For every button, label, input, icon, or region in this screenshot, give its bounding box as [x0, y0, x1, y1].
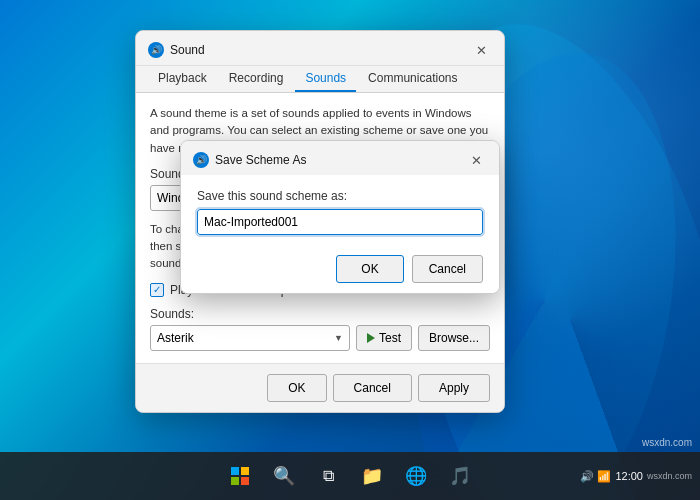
- sound-dialog-title: Sound: [170, 43, 205, 57]
- sounds-chevron-icon: ▼: [334, 333, 343, 343]
- sounds-row: Asterik ▼ Test Browse...: [150, 325, 490, 351]
- sound-dialog-close-button[interactable]: ✕: [470, 39, 492, 61]
- folder-icon: 📁: [361, 465, 383, 487]
- taskbar-time: 12:00: [615, 470, 643, 482]
- tab-communications[interactable]: Communications: [358, 66, 467, 92]
- save-cancel-button[interactable]: Cancel: [412, 255, 483, 283]
- play-icon: [367, 333, 375, 343]
- browse-button[interactable]: Browse...: [418, 325, 490, 351]
- save-dialog-title: Save Scheme As: [215, 153, 306, 167]
- taskbar-edge-button[interactable]: 🌐: [396, 456, 436, 496]
- tab-recording[interactable]: Recording: [219, 66, 294, 92]
- test-button[interactable]: Test: [356, 325, 412, 351]
- save-dialog-content: Save this sound scheme as:: [181, 175, 499, 245]
- desktop: 🔊 Sound ✕ Playback Recording Sounds Comm…: [0, 0, 700, 500]
- watermark-taskbar: wsxdn.com: [647, 471, 692, 481]
- save-dialog-footer: OK Cancel: [181, 245, 499, 293]
- tab-sounds[interactable]: Sounds: [295, 66, 356, 92]
- save-dialog-speaker-icon: 🔊: [193, 152, 209, 168]
- save-dialog-title-area: 🔊 Save Scheme As: [193, 152, 306, 168]
- save-scheme-input[interactable]: [197, 209, 483, 235]
- sound-dialog-footer: OK Cancel Apply: [136, 363, 504, 412]
- sound-apply-button[interactable]: Apply: [418, 374, 490, 402]
- sounds-dropdown-value: Asterik: [157, 331, 194, 345]
- save-scheme-dialog: 🔊 Save Scheme As ✕ Save this sound schem…: [180, 140, 500, 294]
- taskbar-explorer-button[interactable]: 📁: [352, 456, 392, 496]
- sound-cancel-button[interactable]: Cancel: [333, 374, 412, 402]
- svg-rect-3: [241, 477, 249, 485]
- taskbar-taskview-button[interactable]: ⧉: [308, 456, 348, 496]
- system-tray-icons: 🔊 📶: [580, 470, 611, 483]
- svg-rect-0: [231, 467, 239, 475]
- edge-icon: 🌐: [405, 465, 427, 487]
- test-button-label: Test: [379, 331, 401, 345]
- music-icon: 🎵: [449, 465, 471, 487]
- sounds-dropdown[interactable]: Asterik ▼: [150, 325, 350, 351]
- save-dialog-label: Save this sound scheme as:: [197, 189, 483, 203]
- speaker-icon: 🔊: [148, 42, 164, 58]
- sound-dialog-title-area: 🔊 Sound: [148, 42, 205, 58]
- sound-dialog-tabs: Playback Recording Sounds Communications: [136, 66, 504, 93]
- tab-playback[interactable]: Playback: [148, 66, 217, 92]
- watermark: wsxdn.com: [642, 437, 692, 448]
- save-dialog-titlebar: 🔊 Save Scheme As ✕: [181, 141, 499, 175]
- sounds-field-label: Sounds:: [150, 307, 490, 321]
- startup-sound-checkbox[interactable]: ✓: [150, 283, 164, 297]
- taskbar-windows-button[interactable]: [220, 456, 260, 496]
- windows-logo-icon: [231, 467, 249, 485]
- taskview-icon: ⧉: [323, 467, 334, 485]
- taskbar-search-button[interactable]: 🔍: [264, 456, 304, 496]
- taskbar-right-area: 🔊 📶 12:00 wsxdn.com: [580, 470, 692, 483]
- save-ok-button[interactable]: OK: [336, 255, 403, 283]
- search-icon: 🔍: [273, 465, 295, 487]
- sound-dialog-titlebar: 🔊 Sound ✕: [136, 31, 504, 66]
- svg-rect-1: [241, 467, 249, 475]
- sound-ok-button[interactable]: OK: [267, 374, 326, 402]
- taskbar-music-button[interactable]: 🎵: [440, 456, 480, 496]
- svg-rect-2: [231, 477, 239, 485]
- taskbar: 🔍 ⧉ 📁 🌐 🎵 🔊 📶 12:00 wsxdn.com: [0, 452, 700, 500]
- save-dialog-close-button[interactable]: ✕: [465, 149, 487, 171]
